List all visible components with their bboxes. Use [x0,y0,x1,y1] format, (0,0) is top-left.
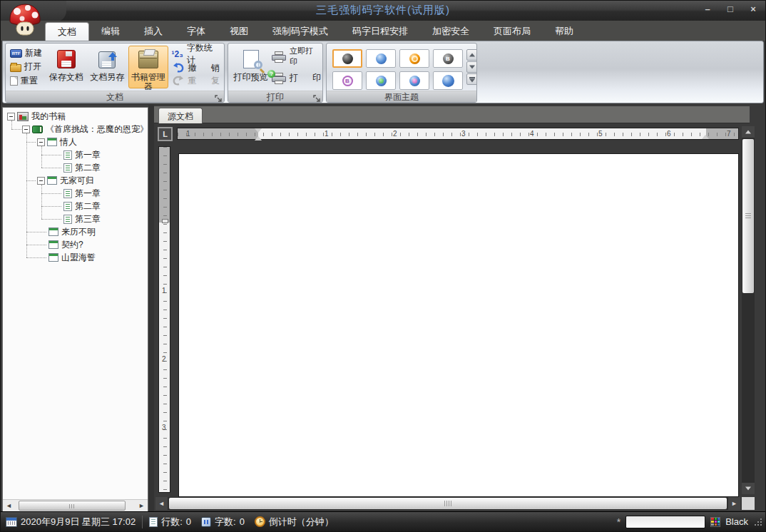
indent-marker[interactable] [255,128,262,140]
orange-ring-sphere-icon [409,53,420,64]
tree-item-chapter[interactable]: 第三章 [3,213,148,225]
tab-encryption-security[interactable]: 加密安全 [420,22,481,41]
scrollbar-thumb[interactable] [742,139,754,293]
tree-item-volume[interactable]: 山盟海誓 [3,251,148,264]
new-button[interactable]: RTF 新建 [9,46,44,60]
tree-item-chapter[interactable]: 第二章 [3,161,148,174]
blue-green-sphere-icon [376,76,387,86]
color-palette-icon[interactable] [710,517,720,527]
blank-page-icon [10,76,18,86]
book-tree: 我的书籍 《首席挑战：恶魔的恩宠》 情人 第一章 [3,108,148,499]
resize-grip[interactable] [753,517,762,526]
collapse-icon[interactable] [7,113,15,121]
book-icon [32,126,43,133]
margin-marker[interactable] [162,219,168,223]
theme-swatch-blue-magenta[interactable] [399,71,429,90]
chapter-icon [63,189,72,198]
gallery-more-button[interactable] [466,73,477,85]
gallery-scroll-down-button[interactable] [466,61,477,73]
undo-button[interactable]: 撤销 [172,61,220,74]
theme-swatch-plain-blue[interactable] [433,71,463,90]
scroll-right-icon[interactable]: ► [136,500,148,511]
book-tree-panel: 我的书籍 《首席挑战：恶魔的恩宠》 情人 第一章 [2,107,148,512]
tab-font[interactable]: 字体 [175,22,218,41]
redo-button[interactable]: 重复 [172,74,220,87]
save-document-button[interactable]: 保存文档 [46,46,86,88]
timer-icon [255,516,265,527]
collapse-icon[interactable] [37,177,45,185]
maximize-button[interactable]: □ [724,3,737,16]
panel-splitter[interactable] [148,105,154,513]
theme-swatch-purple-b[interactable]: B [332,71,362,90]
dialog-launcher-icon[interactable] [313,93,321,101]
theme-swatch-blue-green[interactable] [366,71,396,90]
tree-item-volume[interactable]: 情人 [3,135,148,148]
mushroom-logo-icon[interactable] [6,2,44,38]
tree-item-my-books[interactable]: 我的书籍 [3,110,148,123]
modified-indicator: * [617,516,621,528]
gallery-scroll-up-button[interactable] [466,49,477,61]
theme-swatch-gray-b[interactable]: B [433,49,463,68]
tab-insert[interactable]: 插入 [132,22,175,41]
tab-edit[interactable]: 编辑 [89,22,132,41]
print-now-button[interactable]: 立即打印 [272,49,321,63]
tab-forced-typing-mode[interactable]: 强制码字模式 [260,22,340,41]
close-button[interactable]: × [747,3,760,16]
save-as-button[interactable]: 文档另存 [88,46,127,88]
dialog-launcher-icon[interactable] [215,93,223,101]
chapter-icon [63,202,72,211]
document-horizontal-scrollbar[interactable]: ◄ ► [155,497,740,510]
scroll-up-icon[interactable] [742,126,755,138]
scroll-left-icon[interactable]: ◄ [3,500,15,511]
book-manager-icon [138,51,158,68]
tab-stop-selector[interactable]: L [158,127,173,141]
group-label-document: 文档 [6,91,224,102]
group-label-print: 打印 [228,91,322,102]
scrollbar-thumb[interactable] [169,498,727,509]
open-button[interactable]: 打开 [9,60,44,73]
scroll-right-icon[interactable]: ► [728,497,740,510]
tree-item-chapter[interactable]: 第一章 [3,148,148,161]
document-page[interactable] [178,153,739,497]
scroll-left-icon[interactable]: ◄ [155,497,168,510]
minimize-button[interactable]: – [701,3,714,16]
book-manager-button[interactable]: 书籍管理器 [128,46,168,88]
tree-item-chapter[interactable]: 第二章 [3,200,148,213]
scroll-down-icon[interactable] [742,483,755,494]
scrollbar-thumb[interactable] [19,501,126,511]
tab-document[interactable]: 文档 [45,22,89,41]
theme-swatch-blue[interactable] [366,49,396,68]
collapse-icon[interactable] [22,126,30,133]
status-word-count: 字数: 0 [196,516,250,528]
document-vertical-scrollbar[interactable] [742,126,755,494]
document-tab-strip: 源文档 [154,106,750,123]
status-input[interactable] [625,516,705,528]
theme-swatch-black[interactable] [332,49,362,68]
tree-item-chapter[interactable]: 第一章 [3,187,148,200]
theme-gallery: B B [330,47,465,87]
word-count-button[interactable]: ¹2₃ 字数统计 [172,47,220,61]
purple-b-sphere-icon: B [342,76,353,86]
bookshelf-icon [17,112,29,121]
tree-item-volume[interactable]: 契约? [3,238,148,251]
tab-page-layout[interactable]: 页面布局 [481,22,543,41]
ribbon-group-document: RTF 新建 打开 重置 保存文 [5,43,225,103]
save-floppy-icon [57,50,76,68]
tree-item-volume[interactable]: 无家可归 [3,174,148,187]
print-button[interactable]: ? 打印 [272,71,321,85]
tab-view[interactable]: 视图 [218,22,260,41]
tab-typing-schedule[interactable]: 码字日程安排 [340,22,420,41]
tree-item-book[interactable]: 《首席挑战：恶魔的恩宠》 [3,123,148,135]
tree-horizontal-scrollbar[interactable]: ◄ ► [3,499,148,511]
scrollbar-corner [742,497,755,510]
right-indent-marker[interactable] [702,131,709,139]
tab-source-document[interactable]: 源文档 [158,108,203,123]
title-bar: 三毛强制码字软件(试用版) – □ × [1,1,765,21]
print-preview-button[interactable]: 打印预览 [230,46,271,88]
tree-item-volume[interactable]: 来历不明 [3,225,148,238]
collapse-icon[interactable] [37,138,45,146]
reset-button[interactable]: 重置 [9,74,44,88]
group-label-theme: 界面主题 [327,91,476,102]
theme-swatch-orange[interactable] [399,49,429,68]
tab-help[interactable]: 帮助 [543,22,586,41]
